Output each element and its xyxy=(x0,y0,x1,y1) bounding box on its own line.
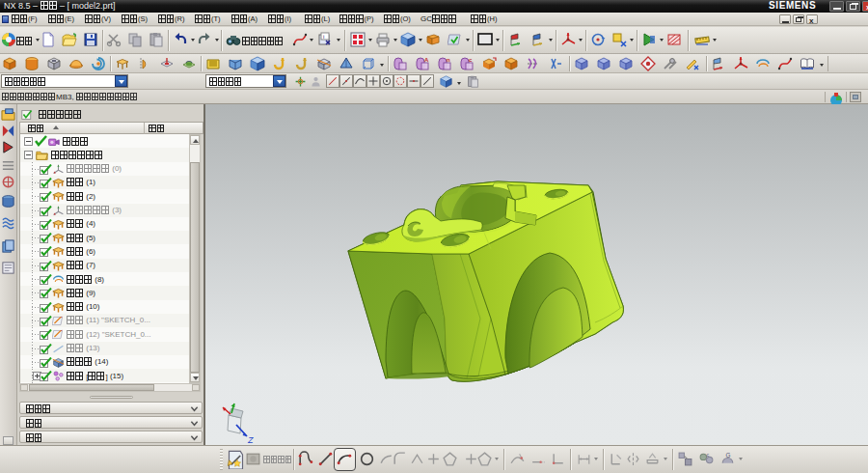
svg-text:i: i xyxy=(323,34,324,40)
svg-text:Z: Z xyxy=(247,435,254,445)
svg-text:A: A xyxy=(424,57,429,63)
svg-text:c: c xyxy=(707,452,710,458)
svg-text:c: c xyxy=(469,57,473,63)
svg-text:G: G xyxy=(725,452,730,459)
svg-text:n: n xyxy=(447,57,450,63)
